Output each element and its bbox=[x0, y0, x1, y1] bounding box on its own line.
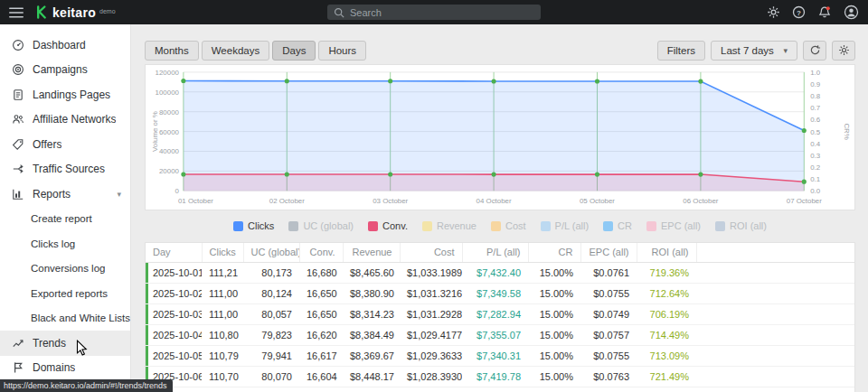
sidebar-item-offers[interactable]: Offers bbox=[0, 132, 130, 157]
table-cell: 16,650 bbox=[299, 303, 343, 324]
svg-text:0.2: 0.2 bbox=[810, 163, 820, 172]
table-cell: 16,680 bbox=[299, 262, 343, 283]
legend-item-p-l-all[interactable]: P/L (all) bbox=[541, 220, 590, 231]
table-cell: $7,340.31 bbox=[462, 345, 528, 366]
table-cell-filler bbox=[696, 262, 854, 283]
sidebar-item-black-and-white-lists[interactable]: Black and White Lists bbox=[0, 306, 130, 331]
sidebar-item-label: Reports bbox=[33, 188, 71, 201]
column-header-p-l-all[interactable]: P/L (all) bbox=[462, 243, 528, 262]
sidebar: DashboardCampaignsLandings PagesAffiliat… bbox=[0, 24, 131, 392]
legend-swatch bbox=[422, 221, 432, 231]
tab-weekdays[interactable]: Weekdays bbox=[202, 41, 269, 61]
legend-item-roi-all[interactable]: ROI (all) bbox=[715, 220, 767, 231]
svg-text:60000: 60000 bbox=[159, 128, 180, 136]
trends-chart-svg: 0200004000060000800001000001200000.00.10… bbox=[146, 65, 854, 210]
legend-label: ROI (all) bbox=[730, 220, 767, 231]
tab-hours[interactable]: Hours bbox=[318, 41, 366, 61]
sidebar-item-domains[interactable]: Domains bbox=[0, 356, 130, 381]
toolbar-right: Filters Last 7 days ▾ bbox=[657, 41, 855, 61]
column-header-cr[interactable]: CR bbox=[528, 243, 580, 262]
table-cell-filler bbox=[696, 387, 854, 392]
sidebar-item-label: Traffic Sources bbox=[33, 163, 105, 175]
keitaro-logo[interactable]: keitaro demo bbox=[35, 5, 116, 20]
sidebar-item-campaigns[interactable]: Campaigns bbox=[0, 58, 130, 83]
sidebar-item-reports[interactable]: Reports▾ bbox=[0, 182, 130, 207]
svg-text:0.6: 0.6 bbox=[810, 116, 821, 124]
sidebar-item-label: Trends bbox=[33, 337, 66, 350]
svg-text:07 October: 07 October bbox=[787, 197, 822, 205]
column-header-revenue[interactable]: Revenue bbox=[343, 243, 400, 262]
table-cell bbox=[299, 387, 343, 392]
chart-settings-button[interactable] bbox=[832, 41, 855, 61]
settings-button[interactable] bbox=[767, 5, 780, 19]
table-cell: $8,384.49 bbox=[343, 324, 400, 345]
sidebar-item-conversions-log[interactable]: Conversions log bbox=[0, 257, 130, 282]
table-cell: 80,173 bbox=[243, 262, 299, 283]
date-range-select[interactable]: Last 7 days ▾ bbox=[711, 41, 797, 61]
legend-item-cr[interactable]: CR bbox=[603, 220, 632, 231]
refresh-button[interactable] bbox=[803, 41, 826, 61]
notifications-button[interactable] bbox=[817, 5, 832, 20]
column-header-roi-all[interactable]: ROI (all) bbox=[637, 243, 696, 262]
filters-button[interactable]: Filters bbox=[657, 41, 705, 61]
legend-item-epc-all[interactable]: EPC (all) bbox=[646, 220, 701, 231]
search-input[interactable] bbox=[350, 7, 534, 18]
column-header-uc-global[interactable]: UC (global) bbox=[243, 243, 299, 262]
table-cell: 16,620 bbox=[299, 324, 343, 345]
column-header-day[interactable]: Day bbox=[146, 243, 202, 262]
domains-icon bbox=[12, 361, 24, 374]
legend-label: Conv. bbox=[382, 220, 408, 231]
table-cell bbox=[343, 387, 400, 392]
sidebar-item-traffic-sources[interactable]: Traffic Sources bbox=[0, 157, 130, 182]
sidebar-item-label: Create report bbox=[31, 213, 92, 224]
column-header-cost[interactable]: Cost bbox=[400, 243, 462, 262]
legend-swatch bbox=[491, 221, 501, 231]
column-header-epc-all[interactable]: EPC (all) bbox=[580, 243, 637, 262]
legend-item-cost[interactable]: Cost bbox=[491, 220, 526, 231]
column-header-clicks[interactable]: Clicks bbox=[202, 243, 243, 262]
sidebar-item-dashboard[interactable]: Dashboard bbox=[0, 33, 130, 58]
table-cell bbox=[528, 387, 580, 392]
sidebar-item-affiliate-networks[interactable]: Affiliate Networks bbox=[0, 107, 130, 133]
sidebar-item-create-report[interactable]: Create report bbox=[0, 207, 130, 232]
legend-item-clicks[interactable]: Clicks bbox=[233, 220, 274, 231]
legend-item-revenue[interactable]: Revenue bbox=[422, 220, 476, 231]
table-cell: 15.00% bbox=[528, 262, 580, 283]
legend-label: Clicks bbox=[248, 220, 274, 231]
table-cell: 111,00 bbox=[202, 303, 243, 324]
legend-item-uc-global[interactable]: UC (global) bbox=[288, 220, 354, 231]
table-cell: $8,314.23 bbox=[343, 303, 400, 324]
sidebar-item-landings-pages[interactable]: Landings Pages bbox=[0, 82, 130, 107]
legend-label: Revenue bbox=[437, 220, 476, 231]
offers-icon bbox=[12, 138, 24, 151]
tab-days[interactable]: Days bbox=[272, 41, 316, 61]
column-header-conv[interactable]: Conv. bbox=[299, 243, 343, 262]
table-cell-filler bbox=[696, 345, 854, 366]
status-url: https://demo.keitaro.io/admin/#!/trends/… bbox=[0, 379, 173, 392]
legend-item-conv[interactable]: Conv. bbox=[368, 220, 408, 231]
table-cell: 2025-10-01 bbox=[146, 262, 202, 283]
table-cell: 79,823 bbox=[243, 324, 299, 345]
table-cell-filler bbox=[696, 366, 854, 387]
table-cell: 111,00 bbox=[202, 283, 243, 303]
table-cell: 80,057 bbox=[243, 303, 299, 324]
search-box[interactable] bbox=[327, 5, 541, 20]
menu-icon[interactable] bbox=[9, 7, 24, 18]
table-row: 2025-10-03111,0080,05716,650$8,314.23$1,… bbox=[146, 303, 854, 324]
sidebar-item-clicks-log[interactable]: Clicks log bbox=[0, 231, 130, 257]
tab-months[interactable]: Months bbox=[145, 41, 199, 61]
table-row: 2025-10-05110,7979,94116,617$8,369.67$1,… bbox=[146, 345, 854, 366]
table-cell: 2025-10-05 bbox=[146, 345, 202, 366]
table-cell: $1,033.1989 bbox=[400, 262, 462, 283]
svg-text:40000: 40000 bbox=[159, 147, 180, 155]
landings-icon bbox=[12, 89, 24, 101]
sidebar-item-trends[interactable]: Trends bbox=[0, 331, 130, 356]
column-header-filler bbox=[696, 243, 854, 262]
user-menu-button[interactable] bbox=[844, 5, 859, 20]
help-button[interactable]: ? bbox=[792, 5, 806, 19]
svg-text:0.4: 0.4 bbox=[810, 140, 821, 148]
sidebar-item-label: Black and White Lists bbox=[31, 313, 130, 323]
table-cell: 15.00% bbox=[528, 366, 580, 387]
table-cell bbox=[202, 387, 243, 392]
sidebar-item-exported-reports[interactable]: Exported reports bbox=[0, 281, 130, 306]
